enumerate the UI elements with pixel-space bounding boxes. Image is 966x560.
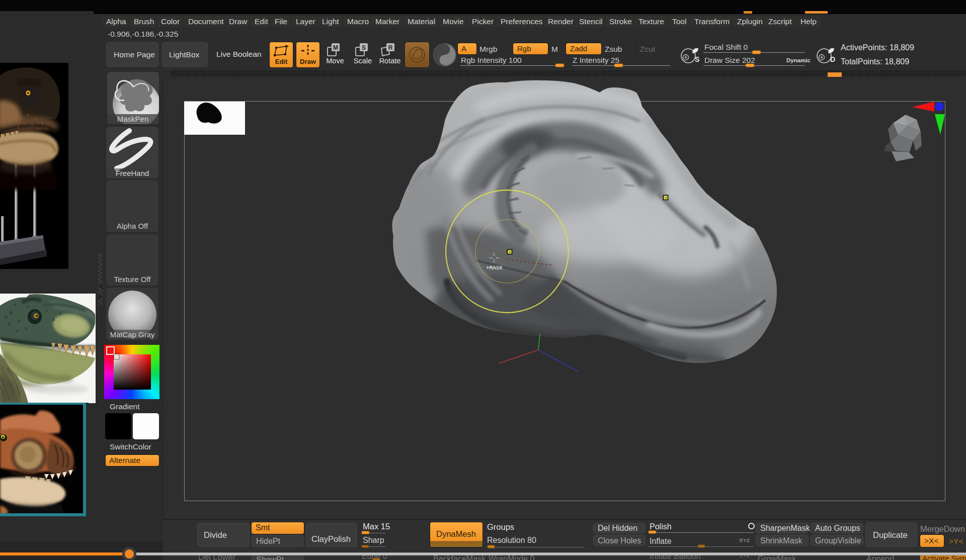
svg-text:D: D [830,55,835,63]
svg-text:Move: Move [326,57,344,65]
svg-text:S: S [362,44,366,51]
svg-text:M: M [333,44,338,51]
svg-text:FreeHand: FreeHand [116,169,149,177]
svg-text:Edit: Edit [275,58,288,65]
svg-text:R: R [388,44,393,51]
svg-text:MatCap Gray: MatCap Gray [110,330,155,339]
svg-text:Draw: Draw [300,58,316,65]
svg-text:S: S [695,55,699,63]
svg-text:MaskPen: MaskPen [117,115,149,123]
svg-text:Scale: Scale [354,57,372,65]
svg-text:+MASK: +MASK [486,265,503,271]
svg-text:Rotate: Rotate [379,57,401,65]
